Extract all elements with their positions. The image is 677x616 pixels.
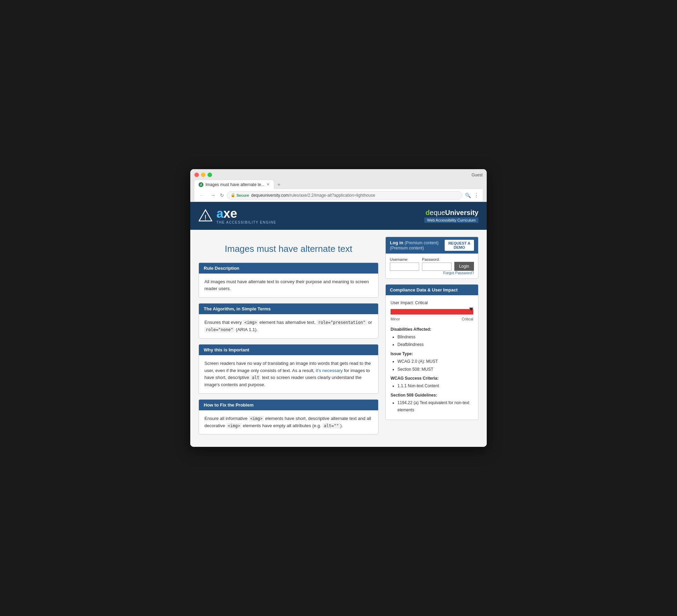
axe-logo-text: axe (216, 207, 276, 220)
role-none-code: role="none" (204, 327, 234, 332)
impact-bar-container (391, 309, 473, 315)
disabilities-list: Blindness Deafblindness (391, 333, 473, 348)
left-column: Images must have alternate text Rule Des… (199, 237, 378, 440)
algorithm-section: The Algorithm, in Simple Terms Ensures t… (199, 303, 378, 339)
section508-list: 1194.22 (a) Text equivalent for non-text… (391, 399, 473, 413)
list-item: 1194.22 (a) Text equivalent for non-text… (397, 399, 473, 413)
alt-empty-code: alt="" (323, 423, 340, 429)
maximize-window-button[interactable] (208, 173, 212, 177)
deque-logo-text: dequeUniversity (424, 209, 478, 217)
logo-text-group: axe THE ACCESSIBILITY ENGINE (216, 207, 276, 224)
refresh-button[interactable]: ↻ (220, 193, 224, 198)
rule-description-body: All images must have alternate text to c… (199, 274, 378, 298)
forgot-password-area: Forgot Password? (390, 271, 474, 275)
rule-description-section: Rule Description All images must have al… (199, 263, 378, 298)
impact-triangle-indicator (469, 308, 473, 311)
logo-xe-letters: xe (223, 206, 237, 220)
close-window-button[interactable] (194, 173, 199, 177)
browser-window: Guest d Images must have alternate te...… (190, 169, 487, 447)
forward-button[interactable]: → (209, 192, 217, 199)
tab-favicon-icon: d (199, 182, 203, 187)
password-field-group: Password: (422, 257, 451, 271)
axe-triangle-logo (199, 209, 212, 223)
password-input[interactable] (422, 263, 451, 271)
compliance-panel: Compliance Data & User Impact User Impac… (385, 284, 478, 420)
its-necessary-link[interactable]: it's necessary (316, 368, 343, 373)
algorithm-header: The Algorithm, in Simple Terms (199, 304, 378, 314)
wcag-list: 1.1.1 Non-text Content (391, 382, 473, 389)
back-button[interactable]: ← (198, 192, 206, 199)
page-title: Images must have alternate text (199, 244, 378, 254)
login-subtitle: (Premium content) (405, 240, 439, 245)
username-field-group: Username: (390, 257, 419, 271)
role-presentation-code: role="presentation" (317, 320, 367, 325)
section508-title: Section 508 Guidelines: (391, 392, 473, 399)
list-item: 1.1.1 Non-text Content (397, 382, 473, 389)
login-header-text: Log in (Premium content) (Premium conten… (390, 240, 445, 250)
tab-bar: d Images must have alternate te... ✕ + (194, 180, 483, 189)
minimize-window-button[interactable] (201, 173, 205, 177)
compliance-body: User Impact: Critical Minor Critical Dis… (386, 295, 478, 420)
right-column: Log in (Premium content) (Premium conten… (385, 237, 478, 440)
window-buttons (194, 173, 212, 177)
address-bar-row: ← → ↻ 🔒 Secure dequeuniversity.com/rules… (194, 189, 483, 202)
login-panel: Log in (Premium content) (Premium conten… (385, 237, 478, 279)
compliance-header: Compliance Data & User Impact (386, 285, 478, 295)
deque-university-branding: dequeUniversity Web Accessibility Curric… (424, 209, 478, 223)
login-premium-text: (Premium content) (390, 246, 424, 250)
how-to-fix-header: How to Fix the Problem (199, 400, 378, 410)
impact-minor-label: Minor (391, 316, 400, 322)
login-panel-header: Log in (Premium content) (Premium conten… (386, 237, 478, 254)
address-bar[interactable]: 🔒 Secure dequeuniversity.com/rules/axe/2… (227, 191, 462, 199)
active-tab[interactable]: d Images must have alternate te... ✕ (194, 180, 274, 189)
disabilities-title: Disabilities Affected: (391, 326, 473, 333)
site-header: axe THE ACCESSIBILITY ENGINE dequeUniver… (190, 202, 487, 230)
impact-critical-label: Critical (462, 316, 473, 322)
new-tab-button[interactable]: + (274, 180, 283, 189)
request-demo-button[interactable]: REQUEST A DEMO (445, 240, 474, 251)
list-item: WCAG 2.0 (A): MUST (397, 358, 473, 365)
tab-title: Images must have alternate te... (205, 182, 264, 187)
page-content: axe THE ACCESSIBILITY ENGINE dequeUniver… (190, 202, 487, 447)
alt-code: alt (251, 375, 261, 380)
logo-area: axe THE ACCESSIBILITY ENGINE (199, 207, 276, 224)
algorithm-body: Ensures that every <img> element has alt… (199, 314, 378, 338)
rule-description-text: All images must have alternate text to c… (204, 279, 369, 291)
impact-labels: Minor Critical (391, 316, 473, 322)
why-important-body: Screen readers have no way of translatin… (199, 355, 378, 393)
secure-badge: 🔒 Secure (231, 193, 249, 197)
wcag-title: WCAG Success Criteria: (391, 375, 473, 382)
search-button[interactable]: 🔍 (465, 193, 471, 198)
forgot-password-link[interactable]: Forgot Password? (443, 271, 474, 275)
guest-label: Guest (472, 173, 483, 177)
username-input[interactable] (390, 263, 419, 271)
why-important-header: Why this is Important (199, 345, 378, 355)
login-form: Username: Password: Login (390, 257, 474, 271)
browser-chrome: Guest d Images must have alternate te...… (190, 169, 487, 202)
page-title-area: Images must have alternate text (199, 237, 378, 263)
logo-a-letter: a (216, 206, 223, 220)
user-impact-label: User Impact: Critical (391, 299, 473, 306)
login-title: Log in (390, 240, 403, 245)
why-important-section: Why this is Important Screen readers hav… (199, 344, 378, 394)
list-item: Blindness (397, 333, 473, 340)
url-text: dequeuniversity.com/rules/axe/2.2/image-… (251, 193, 375, 198)
browser-menu-button[interactable]: ⋮ (474, 192, 479, 198)
deque-subtitle: Web Accessibility Curriculum (424, 217, 478, 223)
username-label: Username: (390, 257, 419, 261)
browser-controls-row: Guest (194, 173, 483, 177)
list-item: Deafblindness (397, 341, 473, 348)
issue-type-title: Issue Type: (391, 350, 473, 357)
secure-label: Secure (236, 193, 249, 197)
login-button[interactable]: Login (454, 262, 474, 271)
img-code-1: <img> (243, 320, 258, 325)
password-label: Password: (422, 257, 451, 261)
issue-types-list: WCAG 2.0 (A): MUST Section 508: MUST (391, 358, 473, 373)
logo-tagline: THE ACCESSIBILITY ENGINE (216, 220, 276, 224)
deque-d-letter: d (426, 209, 430, 216)
main-content: Images must have alternate text Rule Des… (190, 230, 487, 447)
tab-close-button[interactable]: ✕ (266, 182, 270, 187)
deque-rest-text: eque (430, 209, 445, 216)
url-domain: dequeuniversity.com (251, 193, 289, 198)
how-to-fix-body: Ensure all informative <img> elements ha… (199, 410, 378, 434)
